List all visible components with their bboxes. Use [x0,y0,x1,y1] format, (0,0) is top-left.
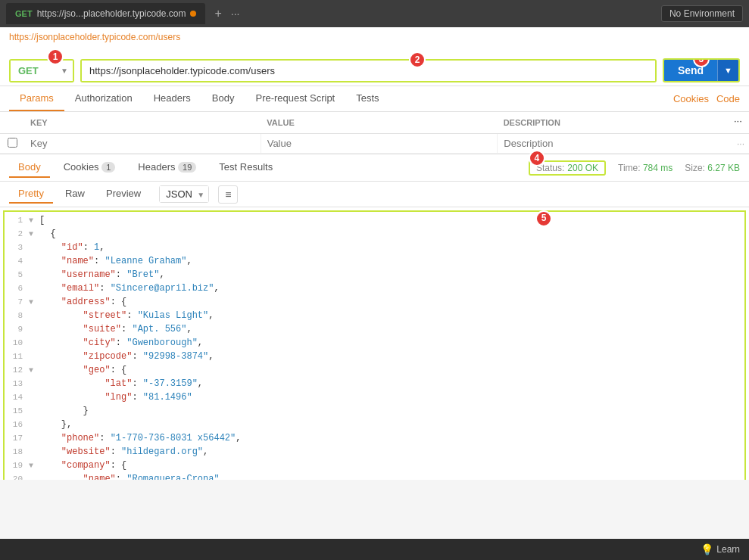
json-line: 9 "suite": "Apt. 556", [5,324,744,338]
wrap-button[interactable]: ≡ [218,185,238,204]
new-tab-button[interactable]: + [214,7,221,20]
size-label: Size: [685,163,705,173]
view-tab-pretty[interactable]: Pretty [9,185,53,204]
json-line: 7 ▼ "address": { [5,297,744,310]
tab-params[interactable]: Params [9,86,64,111]
col-key-header: KEY [24,115,261,130]
resp-tab-headers[interactable]: Headers 19 [129,157,205,178]
url-bar-area: https://jsonplaceholder.typicode.com/use… [0,27,749,86]
json-line: 16 }, [5,419,744,433]
col-value-header: VALUE [261,115,497,130]
params-data-row: ··· [0,134,749,154]
row-delete-action[interactable]: ··· [734,135,749,152]
col-check-header [0,115,24,130]
json-line: 19 ▼ "company": { [5,460,744,474]
col-action-header: ··· [734,115,749,130]
json-line: 3 "id": 1, [5,242,744,256]
json-line: 13 "lat": "-37.3159", [5,378,744,392]
json-line: 20 "name": "Romaguera-Crona", [5,474,744,480]
tab-url-text: https://jso...placeholder.typicode.com [37,8,186,19]
method-select[interactable]: GET POST PUT PATCH DELETE [11,61,73,81]
json-line: 10 "city": "Gwenborough", [5,338,744,351]
view-tab-raw[interactable]: Raw [56,185,94,204]
time-info: Time: 784 ms [618,163,673,173]
resp-tab-cookies[interactable]: Cookies 1 [55,157,125,178]
json-line: 8 "street": "Kulas Light", [5,310,744,324]
url-input[interactable] [82,61,655,81]
cookies-link[interactable]: Cookies [673,93,709,104]
resp-tab-test-results[interactable]: Test Results [210,157,282,178]
tab-tests[interactable]: Tests [345,86,389,111]
size-value: 6.27 KB [707,163,740,173]
code-link[interactable]: Code [716,93,740,104]
size-info: Size: 6.27 KB [685,163,740,173]
top-bar-right: No Environment [661,5,743,22]
json-highlight-box: 1 ▼ [ 2 ▼ { 3 "id": 1, 4 "name": "Leanne… [3,210,746,480]
learn-label: Learn [716,544,740,555]
json-line: 11 "zipcode": "92998-3874", [5,351,744,365]
send-dropdown-button[interactable]: ▼ [717,60,738,81]
no-environment-button[interactable]: No Environment [661,5,743,22]
request-tabs-row: Params Authorization Headers Body Pre-re… [0,86,749,112]
active-tab[interactable]: GET https://jso...placeholder.typicode.c… [6,3,205,24]
url-input-wrapper: 2 [80,59,657,82]
json-line: 12 ▼ "geo": { [5,365,744,378]
json-line: 4 "name": "Leanne Graham", [5,256,744,269]
json-line: 6 "email": "Sincere@april.biz", [5,283,744,297]
tab-authorization[interactable]: Authorization [64,86,143,111]
annotation-badge-5: 5 [535,210,552,227]
view-controls-row: Pretty Raw Preview JSON Text HTML XML ≡ [0,182,749,207]
send-button[interactable]: Send [664,60,717,81]
json-line: 18 "website": "hildegard.org", [5,446,744,460]
row-checkbox[interactable] [0,138,24,150]
breadcrumb: https://jsonplaceholder.typicode.com/use… [9,32,740,42]
json-line: 17 "phone": "1-770-736-8031 x56442", [5,433,744,446]
resp-tab-body[interactable]: Body [9,157,50,178]
tab-body[interactable]: Body [201,86,245,111]
json-line: 5 "username": "Bret", [5,269,744,283]
json-code: 1 ▼ [ 2 ▼ { 3 "id": 1, 4 "name": "Leanne… [5,212,744,480]
tab-method-badge: GET [15,9,33,18]
format-select-wrapper: JSON Text HTML XML [159,185,209,203]
params-table: KEY VALUE DESCRIPTION ··· ··· [0,112,749,154]
format-select[interactable]: JSON Text HTML XML [160,186,208,202]
status-info: 4 Status: 200 OK Time: 784 ms Size: 6.27… [529,160,740,176]
method-selector-wrapper: GET POST PUT PATCH DELETE [9,59,74,82]
json-line: 15 } [5,406,744,419]
tab-unsaved-dot [190,11,196,17]
tab-headers[interactable]: Headers [143,86,201,111]
param-value-input[interactable] [261,134,498,153]
view-tab-preview[interactable]: Preview [97,185,150,204]
bottom-bar: 💡 Learn [0,539,749,560]
send-button-wrapper: 3 Send ▼ [663,58,740,82]
annotation-badge-1: 1 [47,48,64,65]
tab-more-button[interactable]: ··· [231,8,240,20]
json-line: 1 ▼ [ [5,215,744,229]
param-checkbox[interactable] [8,138,17,148]
status-value: 200 OK [567,163,598,173]
annotation-badge-2: 2 [409,51,426,68]
top-bar: GET https://jso...placeholder.typicode.c… [0,0,749,27]
request-row: GET POST PUT PATCH DELETE 2 3 Send ▼ [9,58,740,82]
param-key-input[interactable] [24,134,261,153]
cookies-count-badge: 1 [101,162,115,173]
json-line: 2 ▼ { [5,229,744,242]
col-description-header: DESCRIPTION [498,115,734,130]
params-header-row: KEY VALUE DESCRIPTION ··· [0,112,749,134]
response-tabs-row: Body Cookies 1 Headers 19 Test Results 4… [0,154,749,182]
learn-link[interactable]: 💡 Learn [701,543,740,555]
tabs-row-right: Cookies Code [673,93,740,104]
annotation-badge-4: 4 [529,150,545,166]
learn-icon: 💡 [701,543,713,555]
json-viewer[interactable]: 5 1 ▼ [ 2 ▼ { 3 "id": 1, 4 "na [0,207,749,480]
time-value: 784 ms [643,163,673,173]
json-line: 14 "lng": "81.1496" [5,392,744,406]
tab-pre-request-script[interactable]: Pre-request Script [245,86,345,111]
time-label: Time: [618,163,641,173]
headers-count-badge: 19 [178,162,196,173]
